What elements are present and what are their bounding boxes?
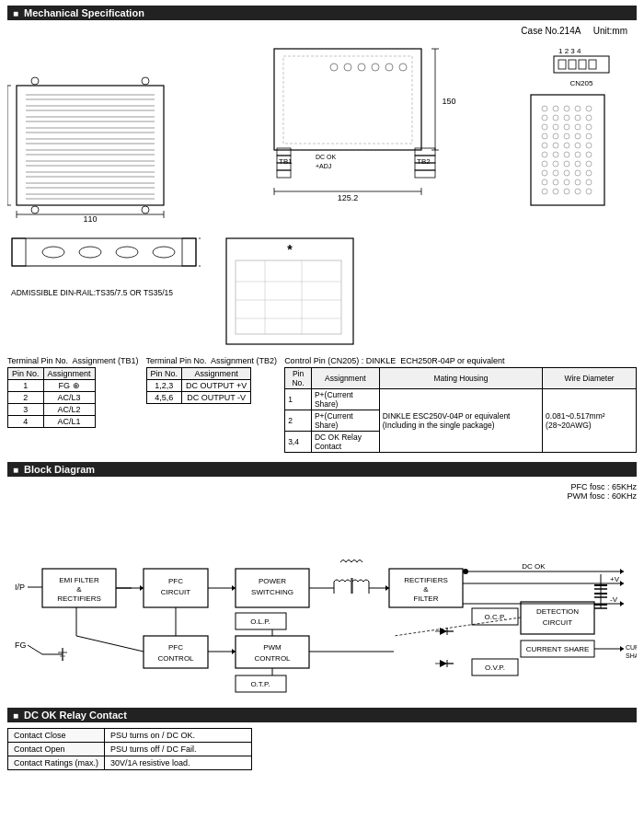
svg-marker-152 (140, 585, 144, 591)
svg-point-37 (358, 63, 365, 71)
tables-area: Terminal Pin No. Assignment (TB1) Pin No… (7, 356, 637, 453)
svg-line-229 (76, 636, 144, 652)
din-label: ADMISSIBLE DIN-RAIL:TS35/7.5 OR TS35/15 (11, 288, 201, 297)
drawings-area: 110 110 (7, 40, 637, 224)
svg-text:POWER: POWER (259, 577, 286, 585)
top-view-drawing: TB1 TB2 DC OK +ADJ (251, 40, 463, 224)
svg-point-30 (142, 77, 149, 85)
unit: Unit:mm (593, 26, 627, 36)
block-info: PFC fosc : 65KHz PWM fosc : 60KHz (7, 482, 637, 501)
table-row: 2AC/L3 (8, 392, 96, 404)
svg-point-123 (79, 247, 101, 258)
svg-point-99 (542, 161, 547, 167)
svg-point-100 (553, 161, 558, 167)
svg-point-103 (586, 161, 592, 167)
svg-text:RECTIFIERS: RECTIFIERS (404, 576, 448, 584)
svg-point-112 (575, 179, 581, 185)
svg-text:150: 150 (442, 97, 455, 106)
table-row: 3AC/L2 (8, 404, 96, 416)
case-info: Case No.214A Unit:mm (7, 26, 637, 36)
svg-point-109 (542, 179, 547, 185)
block-diagram-section: Block Diagram PFC fosc : 65KHz PWM fosc … (7, 462, 637, 700)
svg-point-104 (542, 170, 547, 176)
svg-point-94 (542, 152, 547, 157)
svg-point-82 (575, 124, 581, 130)
svg-marker-231 (232, 649, 236, 654)
svg-point-95 (553, 152, 558, 157)
svg-text:SWITCHING: SWITCHING (251, 588, 293, 596)
svg-point-31 (31, 206, 39, 214)
svg-point-71 (564, 106, 569, 111)
mech-section-header: Mechanical Specification (7, 6, 637, 20)
svg-rect-46 (277, 170, 291, 178)
svg-point-75 (553, 115, 558, 121)
svg-point-79 (542, 124, 547, 130)
block-diagram-svg: I/P FG EMI FILTER & RECTIFIERS PFC CIRCU… (7, 502, 637, 700)
svg-rect-132 (236, 260, 341, 334)
tb2-table-wrap: Terminal Pin No. Assignment (TB2) Pin No… (146, 356, 278, 404)
svg-point-98 (586, 152, 592, 157)
svg-point-108 (586, 170, 592, 176)
svg-text:-V: -V (610, 595, 618, 604)
svg-point-113 (586, 179, 592, 185)
cn205-col-pinno: Pin No. (285, 368, 312, 389)
svg-text:O.T.P.: O.T.P. (250, 680, 270, 688)
svg-text:DC OK: DC OK (316, 154, 337, 160)
table-row: 1,2,3DC OUTPUT +V (146, 380, 251, 392)
svg-text:I/P: I/P (15, 583, 25, 592)
svg-text:SHARE: SHARE (626, 652, 637, 659)
svg-point-78 (586, 115, 592, 121)
svg-point-83 (586, 124, 592, 130)
svg-text:CURRENT SHARE: CURRENT SHARE (526, 645, 590, 653)
relay-table: Contact ClosePSU turns on / DC OK.Contac… (7, 728, 252, 770)
svg-point-97 (575, 152, 581, 157)
svg-point-73 (586, 106, 592, 111)
svg-point-84 (542, 133, 547, 139)
svg-text:O.V.P.: O.V.P. (485, 664, 505, 672)
svg-point-93 (586, 143, 592, 148)
svg-text:CIRCUIT: CIRCUIT (543, 618, 573, 627)
page: Mechanical Specification Case No.214A Un… (0, 0, 644, 776)
svg-text:125.2: 125.2 (337, 193, 358, 202)
cn205-col-assign: Assignment (311, 368, 379, 389)
svg-rect-66 (589, 60, 596, 69)
svg-text:DC OK: DC OK (522, 562, 546, 571)
relay-title: DC OK Relay Contact (24, 710, 127, 721)
svg-rect-219 (236, 636, 309, 668)
svg-text:110: 110 (83, 214, 97, 224)
svg-point-32 (142, 206, 149, 214)
svg-point-76 (564, 115, 569, 121)
svg-point-35 (330, 63, 338, 71)
svg-rect-33 (274, 49, 421, 150)
svg-point-92 (575, 143, 581, 148)
svg-marker-179 (620, 581, 624, 586)
svg-text:&: & (76, 585, 82, 594)
svg-point-105 (553, 170, 558, 176)
svg-point-70 (553, 106, 558, 111)
cn205-drawing: 1 2 3 4 CN205 (526, 40, 637, 224)
svg-marker-174 (620, 569, 624, 574)
svg-point-114 (542, 189, 547, 194)
svg-rect-50 (415, 170, 435, 178)
svg-text:CONTROL: CONTROL (157, 654, 194, 663)
cn205-table: Pin No. Assignment Mating Housing Wire D… (284, 367, 637, 453)
svg-rect-43 (277, 148, 291, 156)
svg-point-39 (385, 63, 393, 71)
mech-section: Case No.214A Unit:mm (7, 26, 637, 453)
tb1-table-wrap: Terminal Pin No. Assignment (TB1) Pin No… (7, 356, 139, 428)
svg-point-77 (575, 115, 581, 121)
svg-marker-183 (620, 601, 624, 606)
front-view-drawing: 110 110 (7, 40, 187, 224)
svg-rect-34 (283, 56, 412, 144)
svg-point-102 (575, 161, 581, 167)
svg-text:FG: FG (15, 641, 27, 650)
svg-rect-0 (17, 86, 164, 205)
svg-marker-213 (620, 646, 624, 652)
svg-point-85 (553, 133, 558, 139)
svg-text:EMI FILTER: EMI FILTER (59, 576, 99, 584)
svg-text:CN205: CN205 (570, 79, 593, 87)
svg-point-110 (553, 179, 558, 185)
din-rail-drawing: 59 (7, 231, 201, 286)
svg-point-81 (564, 124, 569, 130)
svg-point-86 (564, 133, 569, 139)
